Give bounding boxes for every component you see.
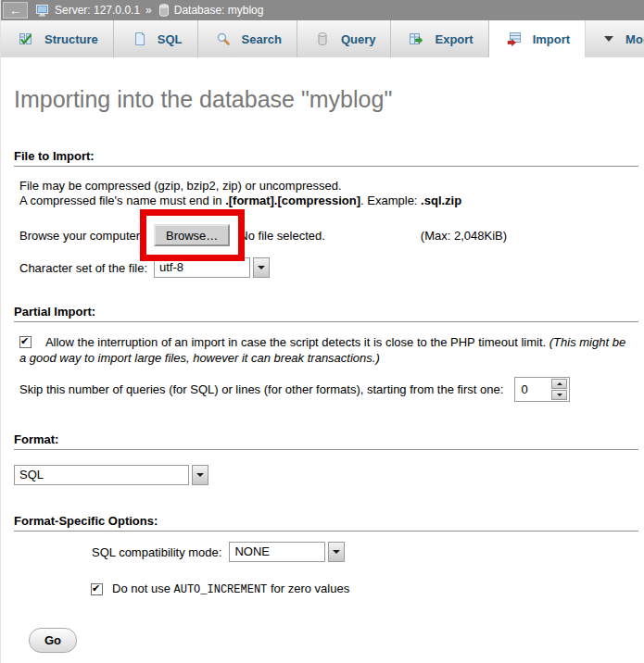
spinner-down-button[interactable]: [551, 390, 567, 400]
dropdown-arrow-icon[interactable]: [328, 542, 345, 562]
allow-interruption-row: Allow the interruption of an import in c…: [19, 334, 633, 366]
note-line2-mid: . Example:: [360, 194, 421, 207]
zero-values-checkbox[interactable]: [91, 583, 103, 595]
tab-search[interactable]: Search: [198, 20, 297, 57]
skip-queries-spinner[interactable]: 0: [514, 377, 570, 402]
note-example: .sql.zip: [421, 194, 461, 207]
tab-export[interactable]: Export: [391, 20, 488, 57]
breadcrumb-server-link[interactable]: Server: 127.0.0.1: [55, 4, 140, 17]
import-page: Importing into the database "myblog" Fil…: [1, 86, 644, 653]
back-button[interactable]: ←: [3, 2, 28, 19]
dropdown-arrow-icon[interactable]: [192, 465, 208, 485]
browse-button[interactable]: Browse…: [154, 224, 230, 246]
charset-select[interactable]: utf-8: [154, 257, 270, 278]
tab-more[interactable]: More: [586, 20, 644, 57]
tab-label: Search: [242, 32, 282, 46]
charset-label: Character set of the file:: [19, 261, 154, 275]
back-arrow-icon: ←: [9, 5, 21, 17]
sql-compatibility-value: NONE: [229, 542, 325, 562]
allow-interruption-text: Allow the interruption of an import in c…: [45, 335, 549, 349]
sql-compatibility-row: SQL compatibility mode: NONE: [92, 541, 638, 563]
sql-icon: [132, 31, 146, 46]
charset-row: Character set of the file: utf-8: [19, 256, 638, 279]
tab-label: More: [625, 32, 644, 46]
no-file-selected-text: No file selected.: [239, 229, 325, 243]
go-button[interactable]: Go: [29, 628, 77, 653]
browse-row: Browse your computer: Browse… No file se…: [19, 223, 638, 247]
charset-selected-value: utf-8: [154, 257, 250, 278]
tab-label: Structure: [44, 32, 98, 46]
skip-queries-value: 0: [521, 382, 551, 396]
note-format-pattern: .[format].[compression]: [225, 194, 360, 207]
tab-label: Import: [533, 32, 570, 46]
page-title: Importing into the database "myblog": [14, 86, 638, 113]
tab-query[interactable]: Query: [297, 20, 392, 57]
tab-bar: Structure SQL Search Query: [1, 20, 644, 57]
tab-label: Export: [435, 32, 473, 46]
skip-queries-row: Skip this number of queries (for SQL) or…: [19, 377, 638, 402]
tab-import[interactable]: Import: [489, 20, 586, 57]
breadcrumb-database-link[interactable]: Database: myblog: [174, 4, 264, 17]
sql-compatibility-label: SQL compatibility mode:: [92, 545, 221, 559]
structure-icon: [19, 31, 33, 46]
server-icon: [36, 5, 50, 17]
file-to-import-heading: File to Import:: [14, 149, 638, 167]
format-row: SQL: [19, 464, 638, 486]
zero-values-code: AUTO_INCREMENT: [174, 583, 268, 596]
max-size-text: (Max: 2,048KiB): [421, 229, 507, 243]
dropdown-arrow-icon[interactable]: [253, 257, 270, 278]
tab-label: SQL: [158, 32, 183, 46]
note-line1: File may be compressed (gzip, bzip2, zip…: [19, 179, 342, 193]
breadcrumb: Server: 127.0.0.1 » Database: myblog: [33, 4, 265, 17]
database-icon: [158, 4, 170, 17]
export-icon: [409, 31, 423, 46]
format-specific-options-heading: Format-Specific Options:: [14, 514, 638, 532]
spinner-up-button[interactable]: [551, 379, 567, 389]
partial-import-heading: Partial Import:: [14, 305, 638, 322]
sql-compatibility-select[interactable]: NONE: [229, 542, 345, 562]
breadcrumb-separator: »: [145, 4, 152, 17]
skip-queries-label: Skip this number of queries (for SQL) or…: [19, 382, 503, 396]
note-line2-prefix: A compressed file's name must end in: [19, 194, 225, 207]
browse-label: Browse your computer:: [19, 229, 154, 243]
allow-interruption-checkbox[interactable]: [19, 336, 32, 348]
compression-note: File may be compressed (gzip, bzip2, zip…: [19, 179, 638, 208]
chevron-down-icon: [603, 35, 614, 43]
zero-values-suffix: for zero values: [267, 582, 349, 595]
breadcrumb-bar: ← Server: 127.0.0.1 » Database: myblog: [1, 0, 644, 20]
import-icon: [507, 31, 522, 46]
tab-label: Query: [341, 32, 376, 46]
format-selected-value: SQL: [14, 465, 189, 485]
query-icon: [315, 31, 330, 46]
tab-sql[interactable]: SQL: [114, 20, 198, 57]
tab-structure[interactable]: Structure: [1, 20, 114, 57]
search-icon: [216, 31, 231, 46]
format-select[interactable]: SQL: [14, 465, 208, 485]
zero-values-text: Do not use AUTO_INCREMENT for zero value…: [112, 582, 349, 596]
zero-values-prefix: Do not use: [112, 582, 174, 595]
zero-values-row: Do not use AUTO_INCREMENT for zero value…: [91, 582, 638, 596]
format-heading: Format:: [14, 432, 638, 450]
